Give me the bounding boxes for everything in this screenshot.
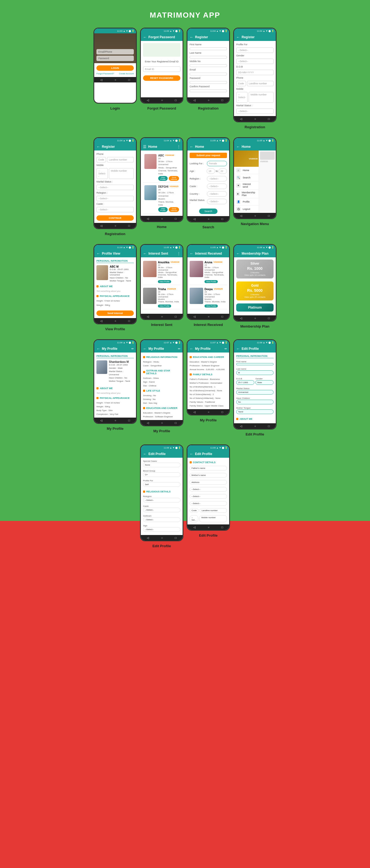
ep1-children-input[interactable]: No — [236, 400, 274, 404]
back-nav[interactable]: ◁ — [100, 419, 102, 422]
religion-select[interactable]: --Select-- — [96, 196, 134, 201]
ep3-address-input[interactable]: Address — [190, 480, 227, 485]
back-icon[interactable]: ← — [236, 346, 240, 351]
ep3-state-input[interactable]: --Select-- — [190, 494, 227, 499]
send-interest-btn-1[interactable]: Send interest — [169, 176, 179, 181]
back-icon[interactable]: ← — [143, 452, 147, 456]
phone-code-input[interactable]: Code — [236, 81, 246, 86]
back-icon[interactable]: ← — [143, 346, 147, 351]
ep2-special-input[interactable]: None — [143, 463, 180, 467]
home-nav[interactable]: ○ — [161, 99, 163, 102]
religion-select[interactable]: --Select-- — [207, 176, 227, 181]
dob-input[interactable]: DD-MM-YYYY — [236, 70, 274, 75]
mobile-number-input[interactable]: Mobile number — [249, 92, 274, 103]
search-button[interactable]: Search — [199, 209, 218, 214]
mobile-select[interactable]: --Select-- — [96, 168, 108, 179]
more-icon[interactable]: ⋮ — [177, 252, 180, 255]
back-icon[interactable]: ← — [190, 145, 193, 149]
back-nav[interactable]: ◁ — [240, 425, 242, 428]
back-nav[interactable]: ◁ — [193, 99, 196, 102]
recent-nav[interactable]: □ — [175, 536, 177, 539]
ep3-phone-code[interactable]: Code — [190, 508, 199, 513]
login-button[interactable]: LOGIN — [96, 65, 134, 71]
recent-nav[interactable]: □ — [268, 425, 270, 428]
back-icon[interactable]: ← — [190, 251, 193, 256]
ep3-fathers-input[interactable]: Father's name — [190, 466, 227, 470]
back-nav[interactable]: ◁ — [193, 526, 196, 529]
ep2-profile-input[interactable]: Self — [143, 482, 180, 487]
back-nav[interactable]: ◁ — [193, 410, 196, 413]
mobile-select[interactable]: --Select-- — [236, 92, 247, 103]
ep2-caste-input[interactable]: --Select-- — [143, 507, 180, 512]
landline[interactable]: Landline number — [107, 157, 134, 162]
home-nav[interactable]: ○ — [208, 526, 209, 529]
back-icon[interactable]: ← — [143, 35, 147, 39]
nav-item-profile[interactable]: 👤 Profile — [234, 198, 259, 206]
ep1-tongue-input[interactable]: Tamil — [236, 409, 274, 414]
send-interest-btn-2[interactable]: Send interest — [169, 207, 179, 212]
marital-select[interactable]: --Select-- — [207, 199, 227, 204]
back-nav[interactable]: ◁ — [240, 214, 242, 217]
recent-nav[interactable]: □ — [222, 217, 223, 220]
send-interest-button[interactable]: Send Interest — [96, 310, 134, 316]
edit-icon[interactable]: ✏ — [225, 347, 227, 351]
ep2-gothram-input[interactable]: --Select-- — [143, 517, 180, 522]
ep3-mobile-select[interactable]: --Sel... — [190, 515, 198, 522]
reset-password-button[interactable]: RESET PASSWORD — [143, 75, 180, 81]
ep1-marital-input[interactable]: Unmarried — [236, 390, 274, 395]
more-options-icon[interactable]: ⋮ — [177, 145, 180, 149]
back-icon[interactable]: ← — [96, 145, 100, 149]
back-nav[interactable]: ◁ — [147, 422, 149, 424]
ep2-religion-input[interactable]: --Select-- — [143, 498, 180, 502]
recent-nav[interactable]: □ — [268, 214, 270, 217]
email-id-field[interactable]: Email ID — [143, 66, 180, 72]
silver-plan[interactable]: Silver Rs. 1000 3 Months View upto 10 co… — [236, 259, 274, 278]
phone-code[interactable]: Code — [96, 157, 106, 162]
age-to-input[interactable]: 22 — [218, 168, 227, 174]
home-nav[interactable]: ○ — [161, 217, 163, 220]
nav-item-membership[interactable]: ★ Membership Plan — [234, 190, 259, 198]
back-icon[interactable]: ← — [236, 145, 240, 149]
create-account-link[interactable]: Create Account — [119, 72, 134, 75]
recent-nav[interactable]: □ — [128, 319, 130, 322]
looking-for-input[interactable]: Female — [207, 161, 227, 166]
mobile-input[interactable] — [190, 64, 227, 67]
recent-nav[interactable]: □ — [222, 315, 223, 318]
ep2-blood-input[interactable]: O+ — [143, 472, 180, 477]
back-nav[interactable]: ◁ — [147, 217, 149, 220]
hamburger-icon[interactable]: ☰ — [143, 145, 146, 149]
recent-nav[interactable]: □ — [128, 79, 130, 81]
back-nav[interactable]: ◁ — [240, 317, 242, 320]
gold-plan[interactable]: Gold Rs. 5000 3 Months View upto 25 cont… — [236, 281, 274, 301]
email-input[interactable] — [190, 73, 227, 75]
nav-item-interest[interactable]: ♥ Interest send — [234, 181, 259, 190]
home-nav[interactable]: ○ — [254, 425, 256, 428]
home-nav[interactable]: ○ — [254, 214, 256, 217]
back-icon[interactable]: ← — [190, 452, 193, 456]
view-btn-is-1[interactable]: View Profile — [158, 280, 171, 283]
nav-item-home[interactable]: ⌂ Home — [234, 167, 259, 174]
password-input[interactable] — [190, 81, 227, 84]
home-nav[interactable]: ○ — [114, 79, 116, 81]
marital-select[interactable]: --Select-- — [96, 185, 134, 190]
caste-select[interactable]: --Select-- — [207, 184, 227, 189]
home-nav[interactable]: ○ — [114, 319, 116, 322]
recent-nav[interactable]: □ — [175, 422, 177, 424]
edit-icon[interactable]: ✏ — [178, 347, 180, 351]
home-nav[interactable]: ○ — [208, 410, 209, 413]
login-password-field[interactable]: Password — [96, 56, 134, 61]
ep3-mothers-input[interactable]: Mother's name — [190, 473, 227, 477]
back-nav[interactable]: ◁ — [100, 319, 102, 322]
recent-nav[interactable]: □ — [128, 224, 130, 227]
ep1-first-name-input[interactable] — [236, 363, 274, 365]
gender-select[interactable]: --Select-- — [236, 59, 274, 64]
recent-nav[interactable]: □ — [175, 99, 177, 102]
back-nav[interactable]: ◁ — [147, 315, 149, 318]
mobile-number[interactable]: Mobile number — [109, 168, 134, 179]
home-nav[interactable]: ○ — [161, 422, 163, 424]
back-nav[interactable]: ◁ — [100, 79, 102, 81]
recent-nav[interactable]: □ — [268, 117, 270, 120]
recent-nav[interactable]: □ — [222, 99, 223, 102]
ep3-phone-landline[interactable]: Landline number — [200, 508, 227, 513]
profile-for-select[interactable]: --Select-- — [236, 48, 274, 53]
